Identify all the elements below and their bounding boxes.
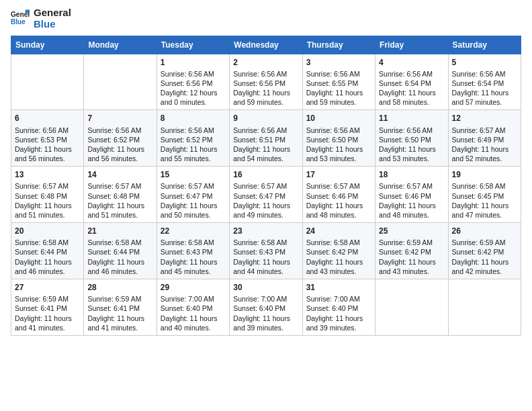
- day-cell: 7Sunrise: 6:56 AMSunset: 6:52 PMDaylight…: [84, 110, 157, 167]
- col-header-monday: Monday: [84, 36, 157, 54]
- day-cell: 13Sunrise: 6:57 AMSunset: 6:48 PMDayligh…: [11, 167, 84, 223]
- day-info: Sunrise: 6:59 AMSunset: 6:42 PMDaylight:…: [379, 238, 444, 276]
- day-cell: 27Sunrise: 6:59 AMSunset: 6:41 PMDayligh…: [11, 279, 84, 336]
- calendar-table: SundayMondayTuesdayWednesdayThursdayFrid…: [11, 36, 521, 336]
- col-header-tuesday: Tuesday: [157, 36, 229, 54]
- day-cell: 18Sunrise: 6:57 AMSunset: 6:46 PMDayligh…: [375, 167, 448, 223]
- day-info: Sunrise: 6:56 AMSunset: 6:50 PMDaylight:…: [379, 126, 444, 164]
- day-info: Sunrise: 6:57 AMSunset: 6:49 PMDaylight:…: [452, 126, 517, 164]
- logo-text: General: [34, 7, 71, 18]
- day-cell: 28Sunrise: 6:59 AMSunset: 6:41 PMDayligh…: [84, 279, 157, 336]
- week-row-1: 1Sunrise: 6:56 AMSunset: 6:56 PMDaylight…: [11, 54, 521, 110]
- week-row-5: 27Sunrise: 6:59 AMSunset: 6:41 PMDayligh…: [11, 279, 521, 336]
- week-row-2: 6Sunrise: 6:56 AMSunset: 6:53 PMDaylight…: [11, 110, 521, 167]
- day-cell: 16Sunrise: 6:57 AMSunset: 6:47 PMDayligh…: [230, 167, 302, 223]
- day-info: Sunrise: 7:00 AMSunset: 6:40 PMDaylight:…: [306, 294, 371, 332]
- logo-blue: Blue: [34, 18, 71, 30]
- day-number: 3: [306, 57, 371, 68]
- day-cell: 19Sunrise: 6:58 AMSunset: 6:45 PMDayligh…: [448, 167, 521, 223]
- day-info: Sunrise: 6:58 AMSunset: 6:45 PMDaylight:…: [452, 181, 517, 220]
- day-number: 18: [379, 169, 444, 180]
- day-info: Sunrise: 6:59 AMSunset: 6:41 PMDaylight:…: [87, 294, 152, 332]
- day-cell: 3Sunrise: 6:56 AMSunset: 6:55 PMDaylight…: [302, 54, 375, 110]
- col-header-wednesday: Wednesday: [230, 36, 302, 54]
- day-cell: 21Sunrise: 6:58 AMSunset: 6:44 PMDayligh…: [84, 223, 157, 279]
- day-info: Sunrise: 6:57 AMSunset: 6:48 PMDaylight:…: [15, 181, 80, 220]
- day-info: Sunrise: 6:56 AMSunset: 6:56 PMDaylight:…: [233, 69, 298, 107]
- day-cell: 30Sunrise: 7:00 AMSunset: 6:40 PMDayligh…: [230, 279, 302, 336]
- day-number: 9: [233, 113, 298, 124]
- day-number: 21: [87, 226, 152, 236]
- col-header-sunday: Sunday: [11, 36, 84, 54]
- day-cell: 10Sunrise: 6:56 AMSunset: 6:50 PMDayligh…: [302, 110, 375, 167]
- header: General Blue General Blue: [11, 7, 521, 30]
- day-number: 28: [87, 282, 152, 293]
- logo: General Blue General Blue: [11, 7, 71, 30]
- day-number: 1: [161, 57, 226, 68]
- day-info: Sunrise: 6:57 AMSunset: 6:46 PMDaylight:…: [306, 181, 371, 220]
- day-number: 6: [15, 113, 80, 124]
- day-number: 27: [15, 282, 80, 293]
- day-number: 29: [161, 282, 226, 293]
- day-cell: 29Sunrise: 7:00 AMSunset: 6:40 PMDayligh…: [157, 279, 229, 336]
- day-info: Sunrise: 6:57 AMSunset: 6:47 PMDaylight:…: [161, 181, 226, 220]
- day-cell: 5Sunrise: 6:56 AMSunset: 6:54 PMDaylight…: [448, 54, 521, 110]
- day-cell: 26Sunrise: 6:59 AMSunset: 6:42 PMDayligh…: [448, 223, 521, 279]
- day-number: 16: [233, 169, 298, 180]
- day-number: 8: [161, 113, 226, 124]
- day-info: Sunrise: 6:57 AMSunset: 6:46 PMDaylight:…: [379, 181, 444, 220]
- day-number: 4: [379, 57, 444, 68]
- day-number: 24: [306, 226, 371, 236]
- header-row: SundayMondayTuesdayWednesdayThursdayFrid…: [11, 36, 521, 54]
- day-info: Sunrise: 6:56 AMSunset: 6:52 PMDaylight:…: [87, 126, 152, 164]
- day-info: Sunrise: 6:56 AMSunset: 6:53 PMDaylight:…: [15, 126, 80, 164]
- day-cell: 15Sunrise: 6:57 AMSunset: 6:47 PMDayligh…: [157, 167, 229, 223]
- day-number: 26: [452, 226, 517, 236]
- day-number: 20: [15, 226, 80, 236]
- calendar-page: General Blue General Blue SundayMondayTu…: [0, 0, 532, 411]
- day-cell: 24Sunrise: 6:58 AMSunset: 6:42 PMDayligh…: [302, 223, 375, 279]
- day-cell: 2Sunrise: 6:56 AMSunset: 6:56 PMDaylight…: [230, 54, 302, 110]
- col-header-saturday: Saturday: [448, 36, 521, 54]
- day-cell: [11, 54, 84, 110]
- day-cell: 1Sunrise: 6:56 AMSunset: 6:56 PMDaylight…: [157, 54, 229, 110]
- logo-icon: General Blue: [11, 9, 30, 28]
- day-info: Sunrise: 6:56 AMSunset: 6:54 PMDaylight:…: [379, 69, 444, 107]
- day-cell: 11Sunrise: 6:56 AMSunset: 6:50 PMDayligh…: [375, 110, 448, 167]
- col-header-friday: Friday: [375, 36, 448, 54]
- day-cell: 23Sunrise: 6:58 AMSunset: 6:43 PMDayligh…: [230, 223, 302, 279]
- col-header-thursday: Thursday: [302, 36, 375, 54]
- day-number: 13: [15, 169, 80, 180]
- day-cell: 14Sunrise: 6:57 AMSunset: 6:48 PMDayligh…: [84, 167, 157, 223]
- week-row-3: 13Sunrise: 6:57 AMSunset: 6:48 PMDayligh…: [11, 167, 521, 223]
- day-info: Sunrise: 6:58 AMSunset: 6:42 PMDaylight:…: [306, 238, 371, 276]
- day-number: 23: [233, 226, 298, 236]
- day-info: Sunrise: 6:56 AMSunset: 6:52 PMDaylight:…: [161, 126, 226, 164]
- day-number: 31: [306, 282, 371, 293]
- day-number: 22: [161, 226, 226, 236]
- day-number: 12: [452, 113, 517, 124]
- day-cell: 6Sunrise: 6:56 AMSunset: 6:53 PMDaylight…: [11, 110, 84, 167]
- day-number: 15: [161, 169, 226, 180]
- day-number: 19: [452, 169, 517, 180]
- day-cell: [375, 279, 448, 336]
- day-number: 7: [87, 113, 152, 124]
- day-info: Sunrise: 6:57 AMSunset: 6:48 PMDaylight:…: [87, 181, 152, 220]
- day-cell: 25Sunrise: 6:59 AMSunset: 6:42 PMDayligh…: [375, 223, 448, 279]
- day-cell: 31Sunrise: 7:00 AMSunset: 6:40 PMDayligh…: [302, 279, 375, 336]
- day-info: Sunrise: 6:56 AMSunset: 6:56 PMDaylight:…: [161, 69, 226, 107]
- day-cell: [448, 279, 521, 336]
- day-number: 30: [233, 282, 298, 293]
- day-info: Sunrise: 6:59 AMSunset: 6:42 PMDaylight:…: [452, 238, 517, 276]
- day-info: Sunrise: 7:00 AMSunset: 6:40 PMDaylight:…: [161, 294, 226, 332]
- day-cell: 17Sunrise: 6:57 AMSunset: 6:46 PMDayligh…: [302, 167, 375, 223]
- day-info: Sunrise: 6:58 AMSunset: 6:43 PMDaylight:…: [161, 238, 226, 276]
- day-info: Sunrise: 6:56 AMSunset: 6:55 PMDaylight:…: [306, 69, 371, 107]
- day-info: Sunrise: 6:58 AMSunset: 6:44 PMDaylight:…: [15, 238, 80, 276]
- day-info: Sunrise: 6:56 AMSunset: 6:50 PMDaylight:…: [306, 126, 371, 164]
- day-cell: 22Sunrise: 6:58 AMSunset: 6:43 PMDayligh…: [157, 223, 229, 279]
- day-cell: 4Sunrise: 6:56 AMSunset: 6:54 PMDaylight…: [375, 54, 448, 110]
- day-number: 11: [379, 113, 444, 124]
- day-cell: 8Sunrise: 6:56 AMSunset: 6:52 PMDaylight…: [157, 110, 229, 167]
- day-info: Sunrise: 6:59 AMSunset: 6:41 PMDaylight:…: [15, 294, 80, 332]
